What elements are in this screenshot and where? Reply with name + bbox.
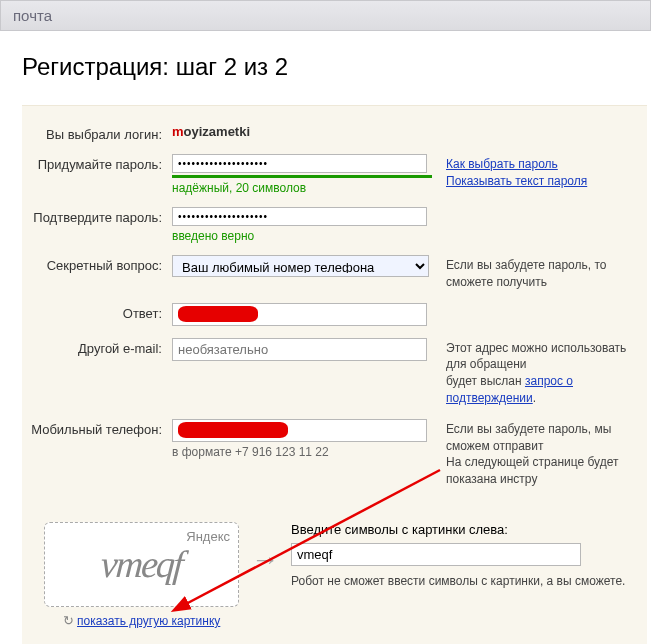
show-password-link[interactable]: Показывать текст пароля <box>446 174 587 188</box>
row-other-email: Другой e-mail: Этот адрес можно использо… <box>22 332 647 413</box>
captcha-image: Яндекс vmeqf <box>44 522 239 607</box>
phone-format-hint: в формате +7 916 123 11 22 <box>172 445 432 459</box>
captcha-input-col: Введите символы с картинки слева: Робот … <box>291 522 647 628</box>
label-answer: Ответ: <box>22 303 172 321</box>
password-input[interactable] <box>172 154 427 173</box>
other-email-hint-prefix: будет выслан <box>446 374 525 388</box>
arrow-icon: → <box>251 544 279 606</box>
captcha-hint: Робот не сможет ввести символы с картинк… <box>291 574 647 588</box>
row-login: Вы выбрали логин: moyizametki <box>22 118 647 148</box>
row-answer: Ответ: <box>22 297 647 332</box>
secret-question-field-col: Ваш любимый номер телефона <box>172 255 432 277</box>
row-secret-question: Секретный вопрос: Ваш любимый номер теле… <box>22 249 647 297</box>
captcha-input[interactable] <box>291 543 581 566</box>
password-strength-text: надёжный, 20 символов <box>172 181 432 195</box>
captcha-label: Введите символы с картинки слева: <box>291 522 647 537</box>
refresh-icon: ↻ <box>63 613 74 628</box>
form-area: Вы выбрали логин: moyizametki Придумайте… <box>22 105 647 644</box>
password-strength-bar <box>172 175 432 178</box>
label-login: Вы выбрали логин: <box>22 124 172 142</box>
captcha-refresh-link[interactable]: показать другую картинку <box>77 614 220 628</box>
other-email-input[interactable] <box>172 338 427 361</box>
secret-question-hint: Если вы забудете пароль, то сможете полу… <box>432 255 647 291</box>
label-secret-question: Секретный вопрос: <box>22 255 172 273</box>
row-password: Придумайте пароль: надёжный, 20 символов… <box>22 148 647 201</box>
answer-field-col <box>172 303 432 326</box>
phone-hint-line1: Если вы забудете пароль, мы сможем отпра… <box>446 422 611 453</box>
label-phone: Мобильный телефон: <box>22 419 172 437</box>
captcha-image-col: Яндекс vmeqf ↻ показать другую картинку <box>44 522 239 628</box>
confirm-ok-text: введено верно <box>172 229 432 243</box>
password-hints: Как выбрать пароль Показывать текст паро… <box>432 154 587 190</box>
choose-password-link[interactable]: Как выбрать пароль <box>446 157 558 171</box>
confirm-input[interactable] <box>172 207 427 226</box>
captcha-brand: Яндекс <box>186 529 230 544</box>
other-email-hint-line1: Этот адрес можно использовать для обраще… <box>446 341 626 372</box>
login-value: moyizametki <box>172 124 432 139</box>
label-other-email: Другой e-mail: <box>22 338 172 356</box>
answer-input[interactable] <box>172 303 427 326</box>
login-rest: oyizametki <box>184 124 250 139</box>
phone-hint: Если вы забудете пароль, мы сможем отпра… <box>432 419 647 488</box>
other-email-hint-suffix: . <box>533 391 536 405</box>
other-email-hint: Этот адрес можно использовать для обраще… <box>432 338 647 407</box>
content: Регистрация: шаг 2 из 2 Вы выбрали логин… <box>0 31 651 644</box>
secret-question-select[interactable]: Ваш любимый номер телефона <box>172 255 429 277</box>
other-email-field-col <box>172 338 432 361</box>
phone-input[interactable] <box>172 419 427 442</box>
captcha-refresh: ↻ показать другую картинку <box>44 613 239 628</box>
confirm-field-col: введено верно <box>172 207 432 243</box>
topbar-title: почта <box>13 7 52 24</box>
phone-field-col: в формате +7 916 123 11 22 <box>172 419 432 459</box>
row-confirm: Подтвердите пароль: введено верно <box>22 201 647 249</box>
password-field-col: надёжный, 20 символов <box>172 154 432 195</box>
phone-hint-line2: На следующей странице будет показана инс… <box>446 455 618 486</box>
captcha-distorted-text: vmeqf <box>100 545 183 583</box>
page-title: Регистрация: шаг 2 из 2 <box>22 53 647 81</box>
topbar: почта <box>0 0 651 31</box>
captcha-section: Яндекс vmeqf ↻ показать другую картинку … <box>22 508 647 628</box>
label-password: Придумайте пароль: <box>22 154 172 172</box>
label-confirm: Подтвердите пароль: <box>22 207 172 225</box>
phone-redaction <box>172 419 432 442</box>
answer-redaction <box>172 303 432 326</box>
row-phone: Мобильный телефон: в формате +7 916 123 … <box>22 413 647 494</box>
login-first-letter: m <box>172 124 184 139</box>
